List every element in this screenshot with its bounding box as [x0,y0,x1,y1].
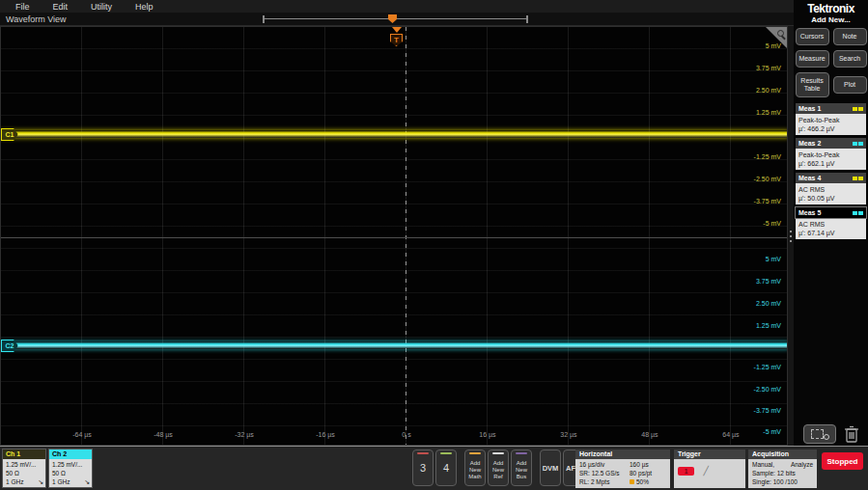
sample-interval: 80 ps/pt [630,469,652,477]
waveform-view-header: Waveform View [0,13,794,26]
horizontal-position-icon [630,479,634,484]
add-new-bus-button[interactable]: Add New Bus [511,449,532,486]
ch2-vlabel: -3.75 mV [723,407,781,414]
horizontal-title: Horizontal [575,449,670,459]
ch4-stripe [440,452,452,454]
acquisition-single: Single: 100 /100 [752,477,813,486]
trigger-title: Trigger [674,449,745,459]
ch2-source-icon [853,142,857,146]
ch2-vlabel: 1.25 mV [723,322,781,329]
ch1-scale: 1.25 mV/... [6,460,42,469]
probe-compensation-icon: ↘ [84,478,90,486]
time-label: 16 µs [463,431,512,438]
results-bar-footer [794,422,868,446]
add-new-label: Add New... [794,15,868,24]
ch1-termination: 50 Ω [6,469,42,477]
trigger-badge[interactable]: Trigger 1 ╱ [674,449,745,488]
ch1-vlabel: 2.50 mV [723,87,781,94]
meas1-badge[interactable]: Meas 1 Peak-to-Peak µ': 466.2 µV [796,103,866,135]
ch1-waveform-trace[interactable] [1,130,788,138]
ch2-waveform-trace[interactable] [1,341,788,349]
results-table-button[interactable]: Results Table [796,72,829,97]
trigger-arrow-icon [392,27,402,33]
ch2-source-icon [858,211,863,215]
ch2-badge[interactable]: Ch 2 1.25 mV/... 50 Ω 1 GHz ↘ [48,449,93,488]
channel-function-buttons: 3 4 Add New Math Add New Ref A [412,449,584,486]
ch2-vlabel: -2.50 mV [723,386,781,393]
ch2-vlabel: 5 mV [723,256,781,262]
meas-value: µ': 67.14 µV [798,229,863,237]
horizontal-window: 160 µs [630,460,649,469]
zoom-box-icon [811,429,824,439]
ch1-vlabel: 1.25 mV [723,109,781,116]
meas-value: µ': 466.2 µV [798,124,863,133]
time-label: 48 µs [626,431,674,438]
acquisition-mode: Manual, [752,460,774,469]
trigger-level-badge[interactable]: T [390,34,403,46]
horizontal-scale: 16 µs/div [579,460,630,469]
menu-file[interactable]: File [15,2,30,12]
time-label: 0 s [382,431,431,438]
search-button[interactable]: Search [833,50,867,68]
meas-value: µ': 662.1 µV [798,159,863,168]
meas-type: AC RMS [798,185,863,194]
acquisition-title: Acquisition [748,449,817,459]
acquisition-analyze: Analyze [791,460,813,469]
time-label: -32 µs [220,431,268,438]
ch2-badge-title: Ch 2 [49,449,92,459]
horizontal-badge[interactable]: Horizontal 16 µs/div 160 µs SR: 12.5 GS/… [575,449,670,488]
menu-help[interactable]: Help [135,2,154,12]
waveform-display[interactable]: C1 C2 T 5 mV 3.75 mV 2.50 mV 1.25 mV -1.… [0,26,788,446]
zoom-box-button[interactable] [803,424,836,444]
ch1-badge[interactable]: Ch 1 1.25 mV/... 50 Ω 1 GHz ↘ [2,449,46,488]
ch2-vlabel: 2.50 mV [723,300,781,307]
cursors-button[interactable]: Cursors [796,28,829,45]
ch2-termination: 50 Ω [52,469,89,477]
measure-button[interactable]: Measure [796,50,829,68]
trash-icon[interactable] [844,424,859,444]
add-new-ref-button[interactable]: Add New Ref [488,449,509,486]
horizontal-position: 50% [636,478,649,485]
ch3-button[interactable]: 3 [412,449,434,486]
plot-button[interactable]: Plot [833,76,867,94]
meas2-badge[interactable]: Meas 2 Peak-to-Peak µ': 662.1 µV [796,138,866,170]
sample-rate: SR: 12.5 GS/s [579,469,630,477]
ch4-button[interactable]: 4 [435,449,457,486]
dvm-button[interactable]: DVM [540,449,561,486]
ch3-stripe [417,452,429,454]
waveform-view-tab[interactable]: Waveform View [6,14,67,24]
menu-edit[interactable]: Edit [53,2,69,12]
bus-stripe [516,452,527,454]
acquisition-badge[interactable]: Acquisition Manual, Analyze Sample: 12 b… [748,449,817,488]
record-length: RL: 2 Mpts [579,477,630,486]
time-label: -64 µs [58,431,106,438]
note-button[interactable]: Note [833,28,867,45]
ch1-source-icon [853,177,857,180]
math-stripe [469,452,481,454]
ch1-source-icon [858,107,863,111]
settings-bar: Ch 1 1.25 mV/... 50 Ω 1 GHz ↘ Ch 2 1.25 … [0,446,868,490]
menu-bar: File Edit Utility Help [0,0,794,13]
tektronix-logo: Tektronix [794,0,868,15]
trigger-position-line [406,27,406,446]
run-stop-button[interactable]: Stopped [822,452,863,470]
time-label: 32 µs [545,431,593,438]
results-bar: Tektronix Add New... Cursors Note Measur… [794,0,868,446]
add-new-math-button[interactable]: Add New Math [464,449,486,486]
slice-divider [1,237,788,238]
ch2-source-icon [858,142,863,146]
magnifier-icon [824,434,829,440]
meas4-badge[interactable]: Meas 4 AC RMS µ': 50.05 µV [796,173,866,204]
ch2-vlabel: 3.75 mV [723,278,781,285]
ch2-source-icon [853,211,857,215]
ch1-vlabel: 3.75 mV [723,65,781,71]
trigger-slope-icon: ╱ [703,466,708,476]
acquisition-sample: Sample: 12 bits [752,469,813,477]
meas-type: AC RMS [798,220,863,229]
ch2-vlabel: -1.25 mV [723,364,781,370]
ch2-scale: 1.25 mV/... [52,460,89,469]
meas5-badge[interactable]: Meas 5 AC RMS µ': 67.14 µV [796,207,866,239]
time-label: -48 µs [139,431,187,438]
menu-utility[interactable]: Utility [91,2,112,12]
ch1-badge-title: Ch 1 [3,449,45,459]
